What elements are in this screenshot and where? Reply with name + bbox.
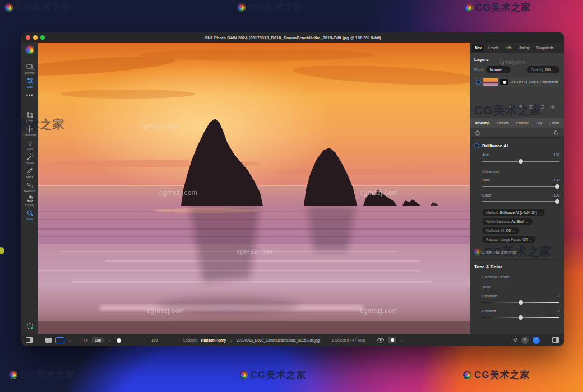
zoom-value[interactable]: 100 <box>91 337 104 343</box>
tool-super-select[interactable]: Super <box>26 153 34 165</box>
duplicate-layer-icon[interactable]: ⧉ <box>519 104 522 109</box>
tone-section-item[interactable]: Tone <box>482 284 559 290</box>
watermark-logo-icon <box>237 3 246 12</box>
tab-local[interactable]: Local <box>550 121 559 125</box>
auto-slider[interactable] <box>482 158 559 164</box>
layer-visibility-icon[interactable] <box>476 80 481 85</box>
layer-mask-icon[interactable] <box>500 79 508 85</box>
preview-eye-icon[interactable] <box>377 338 384 343</box>
color-slider-row: Color 100 <box>482 193 559 204</box>
detail-view-icon[interactable] <box>55 337 64 343</box>
new-mask-icon[interactable]: ▢ <box>540 104 544 109</box>
retouch-icon <box>26 181 34 189</box>
bottom-bar: ⌄ Fit 100 ⌄ 100 ‹ Location Hudson Henry … <box>21 334 564 346</box>
toolbar-sync-status[interactable] <box>27 323 33 329</box>
fit-label[interactable]: Fit <box>84 338 87 342</box>
tab-develop[interactable]: Develop <box>475 121 489 125</box>
left-toolbar: Browse Edit ••• Crop Transform T Text <box>21 43 38 334</box>
tool-liquify[interactable]: Liquify <box>25 195 34 207</box>
add-layer-icon[interactable]: ＋ <box>508 104 512 110</box>
location-value[interactable]: Hudson Henry <box>201 338 226 342</box>
tool-retouch[interactable]: Retouch <box>24 181 36 193</box>
zoom-slider[interactable] <box>115 338 147 343</box>
white-balance-dropdown[interactable]: White Balance As Shot ⌄ <box>482 218 533 225</box>
tone-slider-handle[interactable] <box>555 184 559 189</box>
auto-value: 100 <box>553 153 559 157</box>
preview-chevron-icon[interactable]: ⌄ <box>400 338 403 342</box>
auto-slider-handle[interactable] <box>519 159 523 164</box>
tool-label: Retouch <box>24 189 36 193</box>
reset-icon[interactable] <box>553 130 559 136</box>
watermark: CG美术之家 <box>239 368 307 381</box>
cancel-button[interactable]: ✕ <box>521 337 529 344</box>
watermark-brand: CG美术之家 <box>475 1 531 14</box>
tab-effects[interactable]: Effects <box>497 121 509 125</box>
panel-toggle-icon[interactable] <box>552 337 559 343</box>
current-filename[interactable]: 20170913_D810_CanonBeachHeike_0015-Edit.… <box>237 338 320 342</box>
location-chevron-icon[interactable]: ⌄ <box>230 338 233 342</box>
soft-proof-icon[interactable] <box>388 337 396 343</box>
contrast-slider[interactable] <box>482 315 559 320</box>
tool-text[interactable]: T Text <box>26 139 34 151</box>
nonoise-dropdown[interactable]: NoNoise AI Off ⌄ <box>482 227 519 234</box>
layers-header: Layers <box>474 57 559 62</box>
tool-transform[interactable]: Transform <box>23 125 37 137</box>
advanced-label[interactable]: Advanced <box>482 170 559 174</box>
opacity-dropdown[interactable]: Opacity 100 ⌄ <box>527 66 559 73</box>
right-panel: Nav Levels Info History Snapshots cgmszj… <box>470 43 564 334</box>
merge-layer-icon[interactable]: ◩ <box>529 104 534 109</box>
contrast-slider-handle[interactable] <box>519 315 523 320</box>
module-tab-bar: Develop Effects Portrait Sky Local <box>470 118 564 128</box>
tone-color-title[interactable]: Tone & Color <box>474 264 559 269</box>
tab-snapshots[interactable]: Snapshots <box>534 44 557 52</box>
edit-sliders-icon <box>26 77 34 85</box>
compare-view-icon[interactable] <box>26 337 33 343</box>
exposure-slider[interactable] <box>482 300 559 305</box>
chevron-down-icon: ⌄ <box>512 228 515 232</box>
tab-portrait[interactable]: Portrait <box>516 121 529 125</box>
tool-label: Super <box>26 161 34 165</box>
tab-info[interactable]: Info <box>503 44 515 52</box>
apply-button[interactable]: ✓ <box>533 337 540 344</box>
tab-nav[interactable]: Nav <box>472 44 484 52</box>
reset-edits-icon[interactable]: ↺ <box>513 337 517 343</box>
tab-history[interactable]: History <box>516 44 533 52</box>
tool-label: View <box>26 217 33 221</box>
exposure-slider-row: Exposure 0 <box>482 294 559 305</box>
tool-label: Text <box>27 147 33 151</box>
layer-row[interactable]: 20170913_D810_CanonBeachHeike_ <box>474 77 559 87</box>
local-adjustments-link[interactable]: Local Adjustments <box>482 250 559 255</box>
color-value: 100 <box>553 193 559 197</box>
brilliance-toggle[interactable] <box>474 143 479 148</box>
camera-profile-item[interactable]: Camera Profile <box>482 274 559 279</box>
method-dropdown[interactable]: Method Brilliance AI [c4c64.34] ⌄ <box>482 209 545 216</box>
tool-view[interactable]: View <box>26 209 34 221</box>
delete-layer-icon[interactable]: ◍ <box>551 104 555 109</box>
zoom-chevron-icon[interactable]: ⌄ <box>108 338 111 342</box>
retouch-faces-dropdown[interactable]: Retouch Large Faces Off ⌄ <box>482 236 536 243</box>
sync-target-icon <box>27 323 33 329</box>
exposure-slider-handle[interactable] <box>519 300 523 305</box>
tool-crop[interactable]: Crop <box>26 111 34 123</box>
more-tools-icon[interactable]: ••• <box>26 92 33 98</box>
blend-mode-value: Normal <box>490 68 502 72</box>
zoom-slider-handle[interactable] <box>117 338 121 343</box>
tab-sky[interactable]: Sky <box>536 121 542 125</box>
contrast-slider-row: Contrast 0 <box>482 309 559 320</box>
tool-browse[interactable]: Browse <box>25 63 35 74</box>
tool-mask[interactable]: Mask <box>26 167 33 179</box>
tone-slider[interactable] <box>482 184 559 189</box>
back-chevron-icon[interactable]: ‹ <box>178 338 179 342</box>
photo-canvas[interactable]: cgmszj.com cgmszj.com cgmszj.com cgmszj.… <box>38 43 470 334</box>
blend-mode-dropdown[interactable]: Normal ⌄ <box>486 66 511 73</box>
color-slider[interactable] <box>482 199 559 204</box>
view-mode-chevron-icon[interactable]: ⌄ <box>68 338 71 342</box>
color-slider-handle[interactable] <box>555 199 559 204</box>
tool-edit[interactable]: Edit <box>26 77 34 88</box>
grid-view-icon[interactable] <box>45 338 52 343</box>
window-title: ON1 Photo RAW 2024 (20170913_D810_CanonB… <box>21 35 564 40</box>
export-icon[interactable] <box>475 130 480 136</box>
transform-icon <box>26 125 33 133</box>
tone-slider-row: Tone 100 <box>482 178 559 189</box>
tab-levels[interactable]: Levels <box>485 44 502 52</box>
